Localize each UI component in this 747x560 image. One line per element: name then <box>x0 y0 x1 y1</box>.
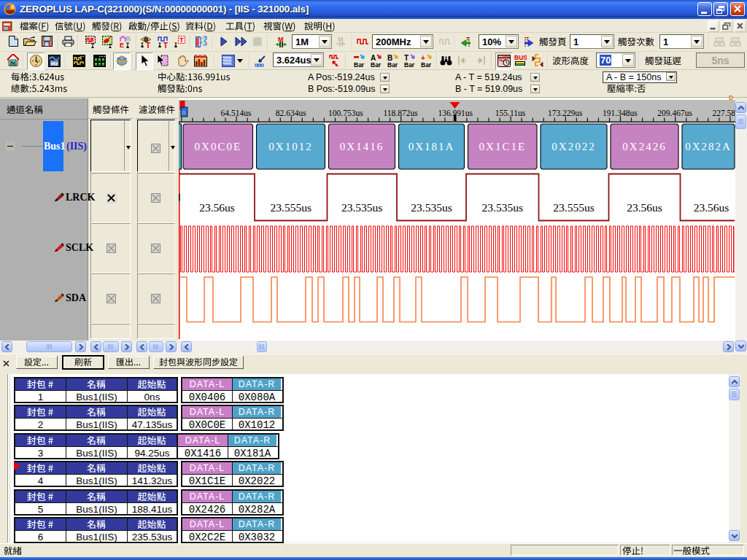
svg-text:0X181A: 0X181A <box>409 141 455 152</box>
svg-text:100.753us: 100.753us <box>328 109 363 117</box>
svg-text:23.56us: 23.56us <box>627 201 662 214</box>
svg-text:0X0C0E: 0X0C0E <box>195 141 242 152</box>
svg-text:23.535us: 23.535us <box>411 201 452 214</box>
svg-text:0X2426: 0X2426 <box>622 141 666 152</box>
svg-text:23.56us: 23.56us <box>199 201 235 214</box>
svg-text:Hz: Hz <box>51 61 58 67</box>
svg-text:64.514us: 64.514us <box>221 109 252 117</box>
svg-text:155.11us: 155.11us <box>495 109 526 117</box>
svg-text:Bar: Bar <box>421 61 432 69</box>
svg-text:BUS: BUS <box>514 55 527 61</box>
svg-text:B: B <box>182 109 185 116</box>
svg-text:118.872us: 118.872us <box>384 109 419 117</box>
svg-text:23.535us: 23.535us <box>482 201 523 214</box>
svg-text:227.586us: 227.586us <box>712 109 735 117</box>
svg-text:Bar: Bar <box>387 61 398 69</box>
svg-text:209.467us: 209.467us <box>657 109 692 117</box>
svg-text:E: E <box>120 42 124 48</box>
svg-text:0X1416: 0X1416 <box>340 141 384 152</box>
svg-text:N: N <box>11 60 15 66</box>
svg-text:23.56us: 23.56us <box>694 201 729 214</box>
svg-text:0X1C1E: 0X1C1E <box>479 141 527 152</box>
svg-text:0X2022: 0X2022 <box>551 141 595 152</box>
svg-text:T: T <box>179 36 184 44</box>
svg-text:191.348us: 191.348us <box>603 109 638 117</box>
svg-text:Bar: Bar <box>404 61 415 69</box>
svg-text:T: T <box>163 42 168 48</box>
svg-text:0X1012: 0X1012 <box>268 141 312 152</box>
svg-text:0X282A: 0X282A <box>685 141 732 152</box>
svg-text:173.229us: 173.229us <box>548 109 583 117</box>
svg-text:T: T <box>146 42 150 48</box>
svg-text:23.535us: 23.535us <box>341 201 382 214</box>
svg-text:Bar: Bar <box>354 61 365 69</box>
svg-text:23.555us: 23.555us <box>553 201 594 214</box>
svg-text:Bar: Bar <box>371 61 382 69</box>
svg-text:82.634us: 82.634us <box>276 109 306 117</box>
svg-text:23.555us: 23.555us <box>271 201 311 214</box>
